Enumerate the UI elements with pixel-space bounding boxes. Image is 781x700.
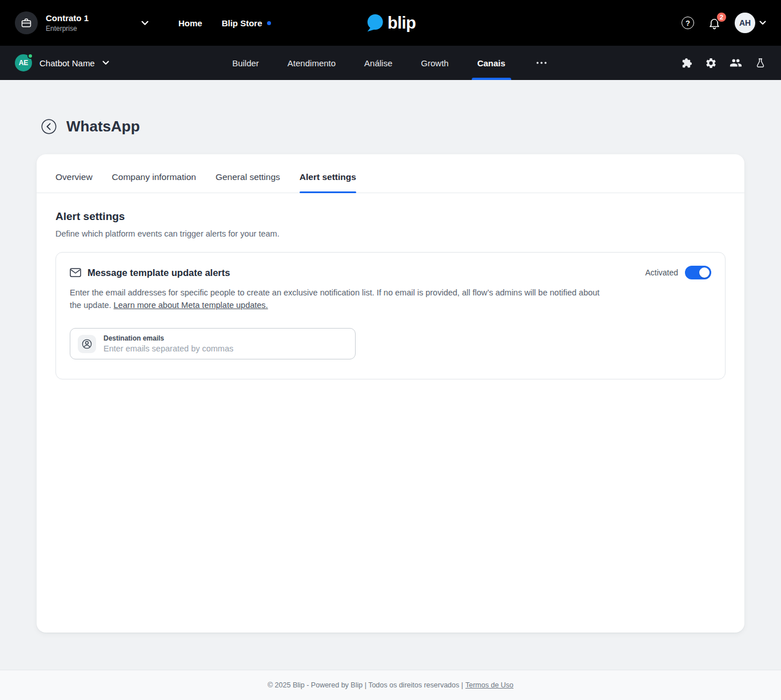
ellipsis-icon	[536, 62, 547, 64]
topbar-actions: ? 2 AH	[682, 13, 766, 33]
settings-button[interactable]	[705, 57, 717, 69]
section-title: Alert settings	[55, 210, 726, 223]
bot-switcher[interactable]: AE Chatbot Name	[15, 54, 109, 71]
users-icon	[730, 57, 742, 69]
user-avatar: AH	[735, 13, 755, 33]
nav-builder[interactable]: Builder	[231, 46, 260, 80]
main-content: WhatsApp Overview Company information Ge…	[0, 80, 781, 670]
gear-icon	[705, 57, 717, 69]
chevron-down-icon	[102, 61, 109, 65]
person-circle-icon	[78, 335, 96, 353]
template-alert-card: Message template update alerts Activated…	[55, 252, 726, 379]
nav-atendimento[interactable]: Atendimento	[286, 46, 337, 80]
bot-navigation: Builder Atendimento Análise Growth Canai…	[231, 46, 550, 80]
user-menu[interactable]: AH	[735, 13, 766, 33]
email-field-label: Destination emails	[103, 334, 348, 342]
help-button[interactable]: ?	[682, 17, 694, 29]
terms-link[interactable]: Termos de Uso	[465, 681, 513, 689]
chevron-down-icon	[141, 21, 149, 26]
toggle-knob	[699, 267, 710, 278]
lab-button[interactable]	[755, 57, 766, 69]
blip-logo-icon	[365, 13, 385, 33]
tab-general-settings[interactable]: General settings	[216, 154, 280, 193]
alert-toggle[interactable]	[685, 266, 711, 279]
page-title: WhatsApp	[66, 118, 140, 135]
alert-card-header: Message template update alerts Activated	[70, 266, 711, 279]
learn-more-link[interactable]: Learn more about Meta template updates.	[114, 301, 268, 310]
notifications-button[interactable]: 2	[708, 17, 721, 30]
nav-home-label: Home	[178, 18, 202, 28]
nav-growth[interactable]: Growth	[420, 46, 449, 80]
top-navigation: Home Blip Store	[176, 15, 273, 31]
status-label: Activated	[645, 268, 678, 277]
bot-bar: AE Chatbot Name Builder Atendimento Anál…	[0, 46, 781, 80]
mail-icon	[70, 268, 81, 277]
nav-canais[interactable]: Canais	[476, 46, 507, 80]
back-button[interactable]	[41, 119, 57, 134]
contract-switcher[interactable]: Contrato 1 Enterprise	[15, 11, 149, 34]
alert-card-description-block: Enter the email addresses for specific p…	[70, 286, 601, 311]
nav-blip-store[interactable]: Blip Store	[220, 15, 273, 31]
section-description: Define which platform events can trigger…	[55, 229, 726, 238]
briefcase-icon	[15, 11, 38, 34]
new-badge-dot	[267, 21, 271, 25]
blip-logo: blip	[365, 13, 416, 33]
contract-plan: Enterprise	[46, 25, 89, 33]
tab-company-information[interactable]: Company information	[112, 154, 196, 193]
contract-name: Contrato 1	[46, 13, 89, 23]
nav-more-button[interactable]	[533, 46, 550, 80]
bot-status-dot	[27, 53, 33, 59]
flask-icon	[755, 57, 766, 69]
bot-avatar: AE	[15, 54, 32, 71]
nav-blip-store-label: Blip Store	[222, 18, 262, 28]
tabs: Overview Company information General set…	[37, 154, 744, 193]
bot-name: Chatbot Name	[39, 58, 95, 68]
email-input[interactable]	[103, 344, 348, 353]
extensions-button[interactable]	[680, 57, 692, 69]
chevron-down-icon	[759, 21, 766, 25]
content-card: Overview Company information General set…	[37, 154, 744, 633]
alert-card-title: Message template update alerts	[87, 267, 230, 278]
alert-settings-section: Alert settings Define which platform eve…	[37, 210, 744, 379]
blip-logo-text: blip	[388, 14, 416, 33]
top-bar: Contrato 1 Enterprise Home Blip Store bl…	[0, 0, 781, 46]
help-icon: ?	[682, 17, 694, 29]
bot-avatar-initials: AE	[19, 59, 29, 67]
destination-emails-field[interactable]: Destination emails	[70, 328, 356, 359]
team-button[interactable]	[730, 57, 742, 69]
bot-tools	[680, 57, 766, 69]
nav-analise[interactable]: Análise	[363, 46, 393, 80]
notification-badge: 2	[716, 11, 727, 23]
tab-overview[interactable]: Overview	[55, 154, 93, 193]
nav-home[interactable]: Home	[176, 15, 205, 31]
footer: © 2025 Blip - Powered by Blip | Todos os…	[0, 670, 781, 700]
puzzle-icon	[680, 57, 692, 69]
page-header: WhatsApp	[41, 118, 781, 135]
back-icon	[41, 119, 57, 134]
footer-copyright: © 2025 Blip - Powered by Blip | Todos os…	[268, 681, 463, 689]
tab-alert-settings[interactable]: Alert settings	[300, 154, 356, 193]
